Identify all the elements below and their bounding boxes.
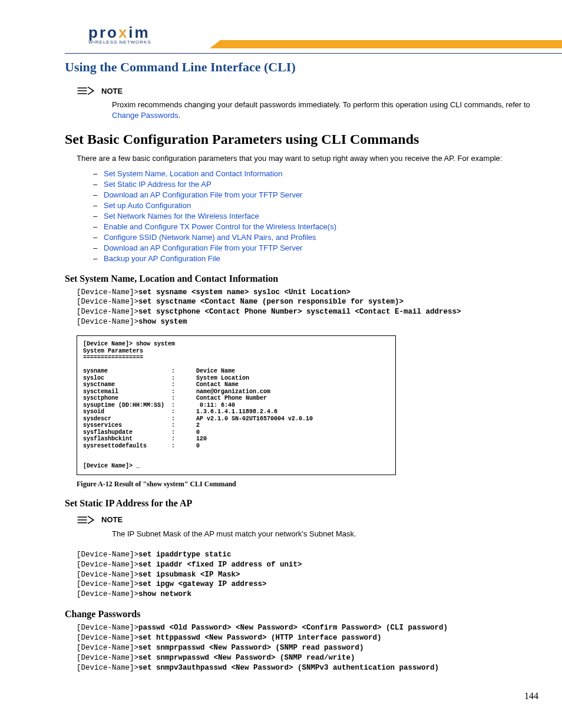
topic-link[interactable]: Enable and Configure TX Power Control fo…: [104, 222, 336, 231]
note-text: Proxim recommends changing your default …: [112, 100, 538, 121]
logo-text-pre: pro: [88, 24, 118, 41]
topic-link[interactable]: Configure SSID (Network Name) and VLAN P…: [104, 233, 316, 242]
note-block-1: NOTE Proxim recommends changing your def…: [77, 85, 538, 121]
note-label: NOTE: [101, 515, 123, 524]
heading-set-basic: Set Basic Configuration Parameters using…: [65, 131, 538, 147]
list-item: Download an AP Configuration File from y…: [93, 190, 538, 199]
intro-paragraph: There are a few basic configuration para…: [77, 153, 538, 164]
chapter-title: Using the Command Line Interface (CLI): [65, 60, 538, 75]
logo: proxim WIRELESS NETWORKS: [88, 24, 151, 45]
topic-link[interactable]: Set Static IP Address for the AP: [104, 180, 211, 189]
logo-text-post: im: [128, 24, 150, 41]
list-item: Enable and Configure TX Power Control fo…: [93, 222, 538, 231]
topic-link[interactable]: Set System Name, Location and Contact In…: [104, 169, 283, 178]
page-header: proxim WIRELESS NETWORKS: [65, 18, 538, 50]
cli-block-sysname: [Device-Name]>set sysname <system name> …: [77, 288, 538, 328]
note-label: NOTE: [101, 87, 123, 95]
list-item: Set up Auto Configuration: [93, 201, 538, 210]
page-number: 144: [65, 691, 538, 701]
logo-text-x: x: [118, 24, 128, 41]
heading-change-passwords: Change Passwords: [65, 609, 538, 620]
cli-block-passwords: [Device-Name]>passwd <Old Password> <New…: [77, 623, 538, 673]
cli-block-static: [Device-Name]>set ipaddrtype static [Dev…: [77, 550, 538, 599]
list-item: Download an AP Configuration File from y…: [93, 243, 538, 252]
list-item: Set System Name, Location and Contact In…: [93, 169, 538, 178]
list-item: Configure SSID (Network Name) and VLAN P…: [93, 233, 538, 242]
figure-caption: Figure A-12 Result of "show system" CLI …: [77, 480, 538, 489]
topic-link[interactable]: Download an AP Configuration File from y…: [104, 190, 302, 199]
note-text: The IP Subnet Mask of the AP must match …: [112, 529, 538, 539]
topic-link[interactable]: Set Network Names for the Wireless Inter…: [104, 212, 259, 220]
list-item: Set Static IP Address for the AP: [93, 180, 538, 189]
header-rule: [65, 53, 562, 54]
list-item: Backup your AP Configuration File: [93, 254, 538, 263]
note-arrow-icon: [77, 85, 95, 96]
logo-subtitle: WIRELESS NETWORKS: [88, 39, 151, 45]
heading-static-ip: Set Static IP Address for the AP: [65, 498, 538, 509]
topic-link-list: Set System Name, Location and Contact In…: [93, 169, 538, 263]
header-accent-stripe: [220, 40, 562, 48]
note-text-pre: Proxim recommends changing your default …: [112, 100, 530, 109]
note-arrow-icon: [77, 515, 95, 525]
heading-sysname: Set System Name, Location and Contact In…: [65, 274, 538, 284]
change-passwords-link[interactable]: Change Passwords: [112, 111, 178, 120]
topic-link[interactable]: Backup your AP Configuration File: [104, 254, 220, 263]
list-item: Set Network Names for the Wireless Inter…: [93, 212, 538, 220]
note-text-post: .: [178, 111, 181, 120]
note-block-2: NOTE The IP Subnet Mask of the AP must m…: [77, 515, 538, 539]
topic-link[interactable]: Set up Auto Configuration: [104, 201, 191, 210]
topic-link[interactable]: Download an AP Configuration File from y…: [104, 243, 302, 252]
figure-show-system: [Device Name]> show system System Parame…: [77, 335, 396, 475]
